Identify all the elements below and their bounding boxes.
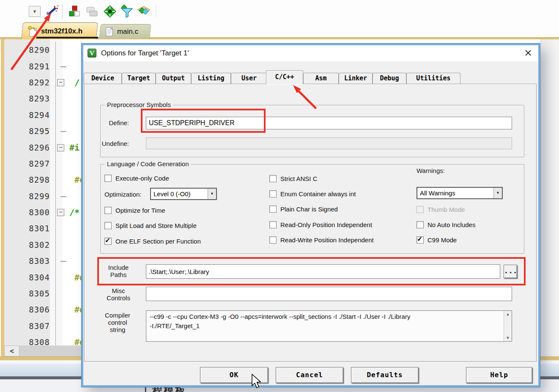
- checkbox-read-write-pi[interactable]: Read-Write Position Independent: [269, 236, 374, 244]
- checkbox-box[interactable]: [104, 238, 112, 245]
- checkbox-strict-ansi-c[interactable]: Strict ANSI C: [269, 175, 318, 182]
- file-extensions-icon[interactable]: [85, 6, 99, 18]
- checkbox-label: C99 Mode: [427, 236, 457, 244]
- select-software-packs-icon[interactable]: [120, 5, 134, 18]
- fold-column: [55, 42, 68, 58]
- target-select-dropdown[interactable]: ▼: [29, 6, 41, 17]
- tab-utilities[interactable]: Utilities: [406, 73, 460, 84]
- scroll-up-icon[interactable]: ▲: [506, 312, 510, 316]
- chevron-down-icon[interactable]: ▼: [493, 188, 502, 198]
- checkbox-label: Optimize for Time: [115, 207, 165, 214]
- fold-column: [55, 156, 68, 172]
- dialog-title: Options for Target 'Target 1': [101, 49, 189, 58]
- checkbox-label: One ELF Section per Function: [115, 238, 201, 245]
- tab-user[interactable]: User: [231, 73, 267, 84]
- toolbar-separator: [62, 4, 63, 18]
- editor-frame-left: [1, 39, 4, 356]
- pack-installer-icon[interactable]: [136, 5, 151, 18]
- line-number: 8302: [4, 240, 55, 249]
- line-number: 8300: [4, 208, 55, 217]
- misc-controls-label: Misc Controls: [100, 287, 137, 302]
- dialog-titlebar[interactable]: V Options for Target 'Target 1' ×: [83, 45, 538, 61]
- group-legend: Preprocessor Symbols: [105, 101, 173, 108]
- undefine-input: [146, 137, 512, 149]
- checkbox-label: Plain Char is Signed: [280, 206, 338, 213]
- line-number: 8304: [4, 273, 55, 282]
- checkbox-box[interactable]: [269, 206, 277, 213]
- line-number: 8306: [4, 305, 55, 314]
- code-text: /*: [68, 207, 79, 217]
- checkbox-label: Split Load and Store Multiple: [115, 222, 197, 229]
- checkbox-c99-mode[interactable]: C99 Mode: [417, 236, 457, 244]
- line-number: 8296: [4, 143, 55, 152]
- checkbox-box[interactable]: [269, 221, 277, 228]
- tab-asm[interactable]: Asm: [303, 73, 339, 84]
- include-paths-browse-button[interactable]: ...: [504, 265, 517, 278]
- file-tab-label: main.c: [117, 27, 138, 36]
- checkbox-no-auto-includes[interactable]: No Auto Includes: [417, 221, 475, 228]
- line-number: 8297: [4, 159, 55, 168]
- fold-column: −: [55, 139, 68, 155]
- checkbox-box: [417, 206, 424, 213]
- fold-column: [55, 269, 68, 285]
- checkbox-read-only-pi[interactable]: Read-Only Position Independent: [269, 221, 372, 228]
- checkbox-box[interactable]: [104, 175, 112, 182]
- scroll-down-icon[interactable]: ▼: [506, 336, 510, 340]
- close-icon[interactable]: ×: [522, 47, 534, 59]
- manage-project-items-icon[interactable]: [68, 5, 81, 18]
- checkbox-box[interactable]: [269, 236, 277, 244]
- define-input[interactable]: USE_STDPERIPH_DRIVER: [146, 117, 512, 129]
- optimization-select[interactable]: Level 0 (-O0) ▼: [150, 188, 217, 200]
- tab-listing[interactable]: Listing: [191, 73, 231, 84]
- tab-c-cpp[interactable]: C/C++: [266, 70, 303, 84]
- file-tab-label: stm32f10x.h: [41, 27, 82, 36]
- scroll-left-button[interactable]: <: [4, 345, 19, 356]
- tab-target[interactable]: Target: [122, 73, 156, 84]
- options-for-target-wand-icon[interactable]: [45, 4, 59, 19]
- fold-tick: [60, 196, 66, 197]
- tab-linker[interactable]: Linker: [339, 73, 373, 84]
- checkbox-box[interactable]: [269, 175, 277, 182]
- include-paths-input[interactable]: .\Start;.\User;.\Library: [146, 264, 500, 279]
- fold-column: [55, 237, 68, 253]
- cancel-button[interactable]: Cancel: [276, 367, 343, 383]
- checkbox-label: Thumb Mode: [427, 206, 465, 213]
- line-number: 8298: [4, 175, 55, 184]
- compiler-string-scrollbar[interactable]: ▲ ▼: [504, 311, 512, 341]
- checkbox-box[interactable]: [417, 221, 424, 228]
- tab-output[interactable]: Output: [156, 73, 191, 84]
- checkbox-execute-only-code[interactable]: Execute-only Code: [104, 174, 169, 182]
- line-number: 8293: [4, 94, 55, 103]
- fold-marker[interactable]: −: [57, 209, 64, 216]
- tab-debug[interactable]: Debug: [373, 73, 406, 84]
- active-tab-underline: [36, 37, 98, 38]
- checkbox-box[interactable]: [104, 207, 112, 214]
- tab-device[interactable]: Device: [84, 73, 122, 84]
- options-dialog: V Options for Target 'Target 1' × Device…: [82, 44, 540, 387]
- fold-marker[interactable]: −: [57, 79, 64, 86]
- checkbox-split-load-store[interactable]: Split Load and Store Multiple: [104, 222, 197, 229]
- checkbox-box[interactable]: [269, 190, 277, 197]
- toolbar: ▼: [0, 0, 559, 21]
- undefine-label: Undefine:: [96, 140, 129, 147]
- fold-column: [55, 253, 68, 269]
- checkbox-plain-char-signed[interactable]: Plain Char is Signed: [269, 205, 338, 213]
- warnings-select[interactable]: All Warnings ▼: [417, 187, 503, 199]
- checkbox-box[interactable]: [104, 222, 112, 229]
- misc-controls-input[interactable]: [146, 287, 512, 301]
- checkbox-optimize-for-time[interactable]: Optimize for Time: [104, 206, 165, 214]
- compiler-string-box[interactable]: --c99 -c --cpu Cortex-M3 -g -O0 --apcs=i…: [146, 310, 512, 342]
- ok-button[interactable]: OK: [200, 367, 268, 383]
- file-tab-main-c[interactable]: main.c: [99, 24, 151, 38]
- defaults-button[interactable]: Defaults: [351, 367, 419, 383]
- help-button[interactable]: Help: [466, 367, 532, 383]
- manage-run-time-environment-icon[interactable]: [103, 5, 117, 18]
- checkbox-enum-container-int[interactable]: Enum Container always int: [269, 190, 356, 197]
- fold-column: −: [55, 74, 68, 90]
- fold-marker[interactable]: −: [57, 144, 64, 151]
- checkbox-box[interactable]: [417, 236, 424, 244]
- fold-column: [55, 220, 68, 236]
- fold-column: [55, 58, 68, 74]
- checkbox-one-elf-section[interactable]: One ELF Section per Function: [104, 237, 201, 245]
- chevron-down-icon[interactable]: ▼: [208, 189, 216, 199]
